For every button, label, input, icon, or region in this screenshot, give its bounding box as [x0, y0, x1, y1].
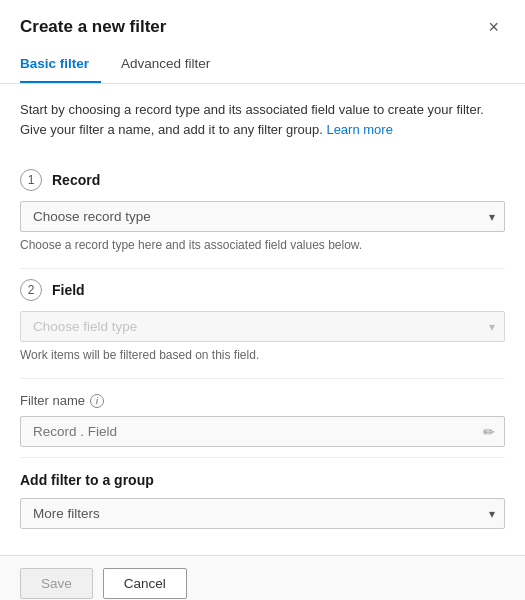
- step-1-circle: 1: [20, 169, 42, 191]
- close-button[interactable]: ×: [482, 16, 505, 38]
- field-hint: Work items will be filtered based on thi…: [20, 348, 505, 362]
- cancel-button[interactable]: Cancel: [103, 568, 187, 599]
- dialog-body: Start by choosing a record type and its …: [0, 84, 525, 555]
- add-filter-group-section: Add filter to a group More filters ▾: [20, 458, 505, 539]
- record-section-title: Record: [52, 172, 100, 188]
- filter-name-input[interactable]: [20, 416, 505, 447]
- record-select-wrapper: Choose record type ▾: [20, 201, 505, 232]
- filter-group-select-wrapper: More filters ▾: [20, 498, 505, 529]
- tab-basic[interactable]: Basic filter: [20, 48, 101, 83]
- dialog-footer: Save Cancel: [0, 555, 525, 600]
- field-section-header: 2 Field: [20, 279, 505, 301]
- field-section: 2 Field Choose field type ▾ Work items w…: [20, 269, 505, 379]
- field-section-title: Field: [52, 282, 85, 298]
- filter-group-select[interactable]: More filters: [20, 498, 505, 529]
- field-select-wrapper: Choose field type ▾: [20, 311, 505, 342]
- dialog-header: Create a new filter ×: [0, 0, 525, 48]
- save-button[interactable]: Save: [20, 568, 93, 599]
- tab-advanced[interactable]: Advanced filter: [121, 48, 222, 83]
- record-type-select[interactable]: Choose record type: [20, 201, 505, 232]
- field-type-select[interactable]: Choose field type: [20, 311, 505, 342]
- tab-bar: Basic filter Advanced filter: [0, 48, 525, 84]
- filter-name-label: Filter name i: [20, 393, 505, 408]
- record-hint: Choose a record type here and its associ…: [20, 238, 505, 252]
- filter-name-edit-icon[interactable]: ✏: [483, 424, 495, 440]
- filter-name-section: Filter name i ✏: [20, 379, 505, 458]
- step-2-circle: 2: [20, 279, 42, 301]
- description-content: Start by choosing a record type and its …: [20, 102, 484, 137]
- create-filter-dialog: Create a new filter × Basic filter Advan…: [0, 0, 525, 600]
- filter-name-input-wrapper: ✏: [20, 416, 505, 447]
- learn-more-link[interactable]: Learn more: [326, 122, 392, 137]
- description-text: Start by choosing a record type and its …: [20, 100, 505, 139]
- add-filter-group-label: Add filter to a group: [20, 472, 505, 488]
- record-section: 1 Record Choose record type ▾ Choose a r…: [20, 159, 505, 269]
- record-section-header: 1 Record: [20, 169, 505, 191]
- dialog-title: Create a new filter: [20, 17, 166, 37]
- filter-name-info-icon[interactable]: i: [90, 394, 104, 408]
- filter-name-label-text: Filter name: [20, 393, 85, 408]
